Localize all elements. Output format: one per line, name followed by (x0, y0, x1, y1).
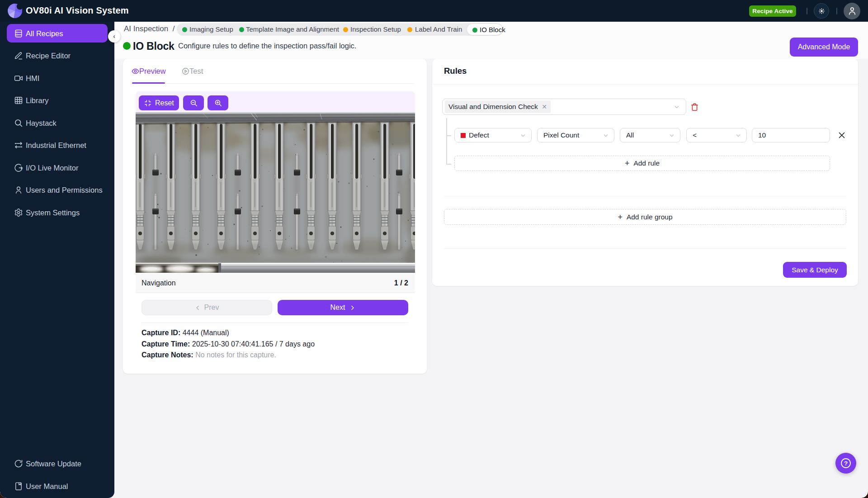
svg-text:?: ? (844, 460, 848, 467)
